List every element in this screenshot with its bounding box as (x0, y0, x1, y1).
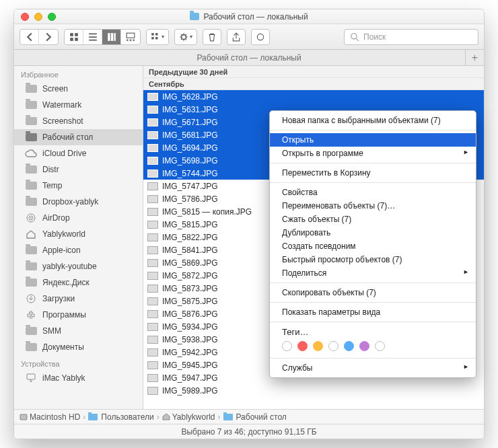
file-thumbnail-icon (147, 297, 158, 305)
sidebar-item[interactable]: Загрузки (14, 291, 143, 307)
menu-item[interactable]: Поделиться (270, 266, 476, 280)
sidebar-item[interactable]: Рабочий стол (14, 129, 143, 145)
path-separator-icon: › (218, 412, 221, 422)
gallery-view-button[interactable] (121, 30, 140, 44)
menu-item[interactable]: Службы (270, 361, 476, 375)
file-name: IMG_5815 — копия.JPG (162, 207, 252, 217)
path-item[interactable]: Yablykworld (162, 412, 215, 422)
sidebar-item[interactable]: Программы (14, 307, 143, 323)
file-row[interactable]: IMG_5628.JPG (143, 90, 484, 103)
file-name: IMG_5875.JPG (162, 297, 218, 306)
menu-item[interactable]: Сжать объекты (7) (270, 213, 476, 226)
tags-button[interactable] (251, 29, 270, 45)
file-thumbnail-icon (147, 144, 158, 152)
sidebar-item-label: Яндекс.Диск (42, 278, 90, 287)
tag-color-button[interactable] (359, 341, 369, 351)
sidebar-item-label: AirDrop (42, 213, 70, 223)
menu-item-label: Открыть в программе (282, 149, 363, 158)
menu-item[interactable]: Скопировать объекты (7) (270, 286, 476, 299)
path-item[interactable]: Пользователи (88, 412, 153, 422)
folder-icon (190, 13, 199, 20)
share-button[interactable] (227, 29, 246, 45)
menu-item[interactable]: Создать псевдоним (270, 239, 476, 253)
folder-icon (25, 181, 37, 190)
sidebar-item[interactable]: Dropbox-yablyk (14, 194, 143, 210)
search-field[interactable]: Поиск (344, 29, 478, 45)
downloads-icon (25, 294, 37, 303)
folder-icon (88, 414, 98, 420)
file-name: IMG_5786.JPG (162, 194, 218, 204)
path-separator-icon: › (157, 412, 159, 422)
new-tab-button[interactable]: + (465, 50, 484, 66)
menu-item[interactable]: Быстрый просмотр объектов (7) (270, 253, 476, 266)
back-button[interactable] (20, 30, 39, 44)
menu-item[interactable]: Переименовать объекты (7)… (270, 199, 476, 213)
tag-color-button[interactable] (375, 341, 385, 351)
group-header: Предыдущие 30 дней (143, 66, 484, 78)
file-thumbnail-icon (147, 348, 158, 357)
trash-button[interactable] (203, 29, 221, 45)
window-title-text: Рабочий стол — локальный (203, 12, 308, 22)
menu-item[interactable]: Дублировать (270, 226, 476, 239)
sidebar-item-label: Screenshot (42, 116, 83, 126)
path-item[interactable]: Рабочий стол (223, 412, 287, 422)
menu-item[interactable]: Свойства (270, 186, 476, 199)
menu-item-label: Переместить в Корзину (282, 168, 371, 178)
column-view-button[interactable] (102, 30, 121, 44)
menu-item[interactable]: Показать параметры вида (270, 305, 476, 319)
sidebar-item[interactable]: yablyk-youtube (14, 258, 143, 274)
sidebar-item[interactable]: Screen (14, 81, 143, 97)
menu-item-label: Службы (282, 363, 312, 373)
file-name: IMG_5947.JPG (162, 373, 218, 383)
path-item[interactable]: Macintosh HD (20, 412, 80, 422)
icon-view-button[interactable] (65, 30, 83, 44)
forward-button[interactable] (39, 30, 58, 44)
apps-icon (25, 310, 37, 320)
menu-separator (270, 358, 476, 359)
sidebar-item[interactable]: Distr (14, 161, 143, 178)
sidebar-item[interactable]: Temp (14, 178, 143, 194)
tab-label[interactable]: Рабочий стол — локальный (197, 53, 301, 63)
file-row[interactable]: IMG_5989.JPG (143, 384, 484, 397)
sidebar-item[interactable]: Screenshot (14, 113, 143, 129)
sidebar-item-label: Apple-icon (42, 246, 81, 255)
tag-color-button[interactable] (297, 341, 308, 351)
path-label: Yablykworld (172, 412, 215, 422)
tag-color-button[interactable] (282, 341, 292, 351)
folder-dark-icon (25, 133, 37, 142)
tag-color-button[interactable] (328, 341, 339, 351)
sidebar-item[interactable]: Документы (14, 339, 143, 355)
action-button[interactable]: ▾ (174, 29, 197, 45)
svg-rect-14 (155, 37, 158, 40)
svg-rect-13 (151, 37, 154, 40)
svg-rect-5 (110, 33, 113, 41)
folder-icon (223, 414, 233, 420)
list-view-button[interactable] (83, 30, 102, 44)
file-thumbnail-icon (147, 93, 158, 101)
sidebar-item[interactable]: Yablykworld (14, 226, 143, 242)
tag-color-button[interactable] (313, 341, 323, 351)
arrange-button[interactable]: ▾ (146, 29, 169, 45)
menu-item[interactable]: Переместить в Корзину (270, 166, 476, 180)
menu-item-label: Переименовать объекты (7)… (282, 201, 395, 211)
svg-rect-11 (151, 33, 154, 36)
folder-icon (25, 326, 37, 336)
sidebar-item[interactable]: Apple-icon (14, 242, 143, 258)
sidebar-item[interactable]: Watermark (14, 97, 143, 113)
sidebar-item[interactable]: iMac Yablyk (14, 370, 143, 386)
path-separator-icon: › (83, 412, 85, 422)
menu-item-label: Новая папка с выбранными объектами (7) (282, 116, 441, 125)
tag-color-button[interactable] (344, 341, 354, 351)
menu-item[interactable]: Открыть (270, 133, 476, 147)
sidebar-item[interactable]: AirDrop (14, 210, 143, 226)
sidebar-item[interactable]: Яндекс.Диск (14, 274, 143, 291)
folder-icon (25, 165, 37, 174)
menu-item[interactable]: Новая папка с выбранными объектами (7) (270, 114, 476, 127)
svg-point-16 (257, 34, 263, 40)
menu-item[interactable]: Открыть в программе (270, 147, 476, 160)
folder-icon (25, 246, 37, 255)
sidebar-item[interactable]: iCloud Drive (14, 145, 143, 161)
file-thumbnail-icon (147, 361, 158, 369)
sidebar-item-label: Distr (42, 165, 59, 174)
sidebar-item[interactable]: SMM (14, 323, 143, 339)
